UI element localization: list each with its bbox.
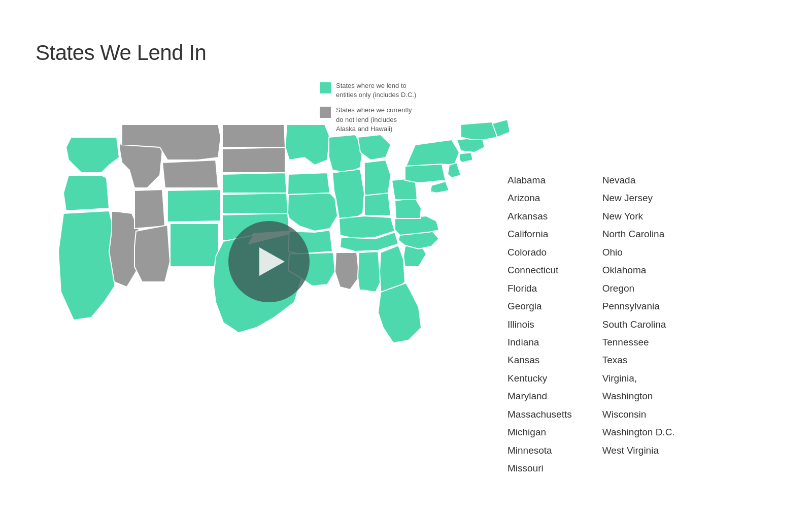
state-item: Massachusetts	[507, 407, 572, 422]
state-item: North Carolina	[602, 227, 675, 241]
state-item: Missouri	[507, 461, 572, 475]
svg-marker-6	[162, 160, 218, 188]
state-item: Georgia	[507, 299, 572, 313]
svg-marker-42	[459, 152, 473, 163]
state-item: Arizona	[507, 190, 572, 205]
svg-marker-0	[66, 137, 119, 173]
state-item: California	[507, 227, 572, 241]
svg-marker-7	[134, 189, 165, 229]
svg-marker-30	[358, 251, 381, 292]
state-item: Nevada	[602, 173, 675, 187]
state-item: Wisconsin	[602, 407, 675, 422]
state-item: Illinois	[507, 317, 572, 332]
svg-marker-1	[63, 175, 109, 211]
states-column-1: AlabamaArizonaArkansasCaliforniaColorado…	[507, 173, 572, 475]
svg-marker-36	[395, 198, 421, 218]
svg-marker-24	[358, 135, 391, 160]
state-item: New York	[602, 209, 675, 224]
state-item: Florida	[507, 281, 572, 296]
state-item: Indiana	[507, 335, 572, 350]
svg-marker-44	[461, 122, 497, 140]
state-item: New Jersey	[602, 190, 675, 205]
svg-marker-14	[222, 193, 288, 213]
svg-marker-10	[170, 224, 219, 267]
state-item: Minnesota	[507, 443, 572, 458]
state-item: Tennessee	[602, 335, 675, 350]
state-item: Texas	[602, 353, 675, 367]
svg-marker-8	[167, 189, 221, 222]
state-item: Kansas	[507, 353, 572, 367]
svg-marker-19	[288, 193, 337, 231]
svg-marker-9	[134, 225, 170, 282]
svg-marker-2	[58, 211, 119, 320]
state-item: Kentucky	[507, 371, 572, 386]
page-title: States We Lend In	[36, 41, 206, 65]
state-item: Washington D.C.	[602, 425, 675, 439]
state-item: West Virginia	[602, 443, 675, 458]
state-item: Alabama	[507, 173, 572, 187]
state-item: Arkansas	[507, 209, 572, 224]
svg-marker-13	[222, 173, 287, 193]
state-item: Colorado	[507, 245, 572, 260]
state-item: Oklahoma	[602, 263, 675, 277]
svg-marker-39	[430, 181, 449, 193]
state-item: Pennsylvania	[602, 299, 675, 313]
svg-marker-17	[285, 124, 330, 165]
states-list: AlabamaArizonaArkansasCaliforniaColorado…	[507, 173, 675, 475]
state-item: Michigan	[507, 425, 572, 439]
state-item: South Carolina	[602, 317, 675, 332]
svg-marker-11	[222, 124, 285, 147]
svg-marker-41	[448, 163, 461, 178]
svg-marker-25	[364, 160, 391, 198]
play-icon	[259, 247, 285, 276]
state-item: Maryland	[507, 389, 572, 403]
states-column-2: NevadaNew JerseyNew YorkNorth CarolinaOh…	[602, 173, 675, 475]
svg-marker-29	[335, 252, 359, 290]
state-item: Virginia,	[602, 371, 675, 386]
state-item: Connecticut	[507, 263, 572, 277]
svg-marker-22	[329, 135, 363, 173]
svg-marker-26	[364, 193, 391, 216]
state-item: Washington	[602, 389, 675, 403]
svg-marker-18	[288, 173, 330, 195]
play-button[interactable]	[228, 221, 310, 302]
state-item: Ohio	[602, 245, 675, 260]
map-container	[25, 71, 513, 452]
svg-marker-12	[222, 147, 285, 173]
svg-marker-32	[378, 283, 421, 343]
state-item: Oregon	[602, 281, 675, 296]
svg-marker-40	[406, 140, 459, 166]
